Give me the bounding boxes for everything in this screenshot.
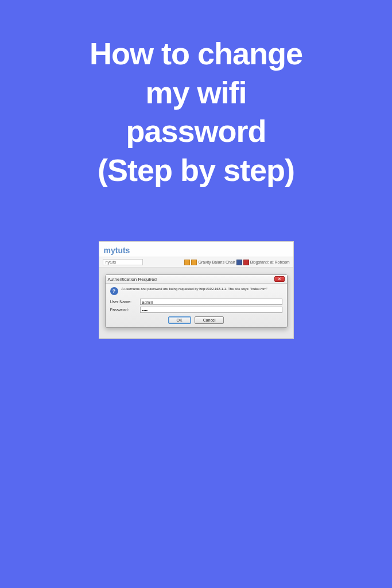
password-row: Password: ••••	[110, 307, 282, 313]
toolbar-icons: Gravity Balans Chair Blogstand: at Robco…	[184, 260, 289, 265]
bookmark-icon[interactable]	[184, 260, 190, 265]
password-label: Password:	[110, 308, 138, 312]
title-line-1: How to change	[23, 34, 369, 74]
bookmark-icon-2[interactable]	[191, 260, 197, 265]
title-line-4: (Step by step)	[23, 151, 369, 190]
title-line-2: my wifi	[23, 74, 369, 113]
auth-dialog: Authentication Required ✕ ? A username a…	[105, 274, 288, 328]
ok-button[interactable]: OK	[168, 316, 191, 324]
cancel-button[interactable]: Cancel	[195, 316, 224, 324]
password-field[interactable]: ••••	[140, 307, 282, 313]
page-title: How to change my wifi password (Step by …	[0, 0, 392, 189]
username-row: User Name: admin	[110, 299, 282, 305]
close-button[interactable]: ✕	[274, 276, 285, 282]
browser-header: mytuts	[99, 242, 293, 257]
dialog-message: A username and password are being reques…	[122, 287, 268, 292]
username-label: User Name:	[110, 300, 138, 304]
browser-toolbar: nytuts Gravity Balans Chair Blogstand: a…	[99, 257, 293, 268]
username-field[interactable]: admin	[140, 299, 282, 305]
question-icon: ?	[110, 287, 118, 295]
dialog-buttons: OK Cancel	[110, 316, 282, 324]
toolbar-text-2[interactable]: Blogstand: at Robcom	[250, 260, 290, 264]
dialog-title: Authentication Required	[108, 277, 274, 282]
url-box[interactable]: nytuts	[103, 259, 143, 265]
toolbar-text-1[interactable]: Gravity Balans Chair	[198, 260, 235, 264]
browser-body: Authentication Required ✕ ? A username a…	[99, 268, 293, 338]
facebook-icon[interactable]	[236, 260, 242, 265]
dialog-content: ? A username and password are being requ…	[106, 284, 287, 327]
dialog-titlebar: Authentication Required ✕	[106, 275, 287, 284]
title-line-3: password	[23, 112, 369, 151]
dialog-info-row: ? A username and password are being requ…	[110, 287, 282, 295]
social-icon[interactable]	[243, 260, 249, 265]
site-name: mytuts	[104, 246, 130, 255]
browser-screenshot: mytuts nytuts Gravity Balans Chair Blogs…	[99, 241, 294, 339]
